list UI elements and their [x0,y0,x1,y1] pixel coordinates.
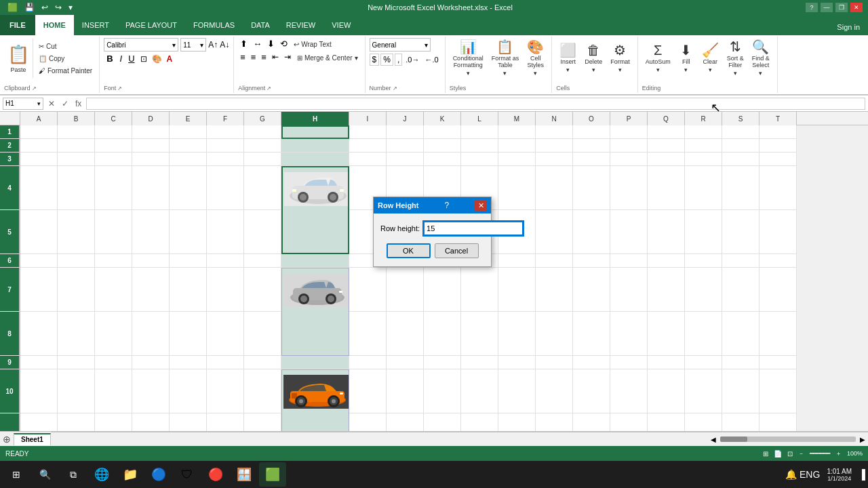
cell-h9[interactable] [281,356,349,369]
cell-ref-dropdown[interactable]: ▾ [37,100,41,107]
col-header-h[interactable]: H [281,112,349,125]
cell-c4[interactable] [95,166,132,210]
cell-d3[interactable] [132,152,170,166]
increase-font-btn[interactable]: A↑ [208,40,218,49]
col-header-s[interactable]: S [722,112,760,125]
cell-b2[interactable] [58,139,95,152]
decimal-dec-btn[interactable]: .0→ [403,55,421,64]
align-center-btn[interactable]: ≡ [249,52,258,64]
align-right-btn[interactable]: ≡ [259,52,269,64]
cell-g5[interactable] [244,210,281,254]
cell-j9[interactable] [387,356,424,369]
tab-home[interactable]: HOME [35,15,74,35]
tab-file[interactable]: FILE [0,15,35,35]
cell-h3[interactable] [281,152,349,166]
cell-t8[interactable] [760,312,797,356]
copy-btn[interactable]: 📋 Copy [36,52,95,64]
cell-r6[interactable] [685,254,722,268]
col-header-a[interactable]: A [20,112,58,125]
cell-i11[interactable] [349,413,387,431]
confirm-formula-btn[interactable]: ✓ [60,99,71,108]
cell-q6[interactable] [648,254,685,268]
cell-t11[interactable] [760,413,797,431]
cell-a2[interactable] [20,139,58,152]
col-header-i[interactable]: I [349,112,387,125]
cell-l3[interactable] [461,152,498,166]
cell-a3[interactable] [20,152,58,166]
cell-i2[interactable] [349,139,387,152]
tab-data[interactable]: DATA [243,15,278,35]
cell-t7[interactable] [760,268,797,312]
cell-f10[interactable] [207,369,244,413]
cell-d8[interactable] [132,312,170,356]
cell-h2[interactable] [281,139,349,152]
cell-d9[interactable] [132,356,170,369]
merge-center-btn[interactable]: ⊞ Merge & Center ▾ [294,52,361,64]
cell-m10[interactable] [498,369,536,413]
cell-q4[interactable] [648,166,685,210]
cell-g7[interactable] [244,268,281,312]
cell-i3[interactable] [349,152,387,166]
restore-btn[interactable]: ❐ [835,3,848,12]
tab-insert[interactable]: INSERT [74,15,117,35]
cell-s8[interactable] [722,312,760,356]
tab-view[interactable]: VIEW [323,15,359,35]
number-expand[interactable]: ↗ [393,85,397,92]
cell-c5[interactable] [95,210,132,254]
col-header-q[interactable]: Q [648,112,685,125]
cell-b7[interactable] [58,268,95,312]
cell-f5[interactable] [207,210,244,254]
format-btn[interactable]: ⚙ Format ▾ [607,38,633,79]
row-num-6[interactable]: 6 [0,254,20,268]
cell-d10[interactable] [132,369,170,413]
row-num-1[interactable]: 1 [0,125,20,139]
cell-c10[interactable] [95,369,132,413]
format-table-btn[interactable]: 📋 Format asTable ▾ [488,38,523,79]
cell-i7[interactable] [349,268,387,312]
cell-p7[interactable] [610,268,648,312]
cell-t9[interactable] [760,356,797,369]
cell-a1[interactable] [20,125,58,139]
cell-o4[interactable] [573,166,610,210]
cell-r11[interactable] [685,413,722,431]
cell-e10[interactable] [170,369,207,413]
cell-c6[interactable] [95,254,132,268]
cell-a5[interactable] [20,210,58,254]
cell-k7[interactable] [424,268,461,312]
col-header-k[interactable]: K [424,112,461,125]
cell-s6[interactable] [722,254,760,268]
cell-e4[interactable] [170,166,207,210]
align-top-btn[interactable]: ⬆ [238,38,250,50]
clear-btn[interactable]: 🧹 Clear ▾ [698,38,722,79]
formula-input[interactable] [86,98,865,110]
cell-g3[interactable] [244,152,281,166]
col-header-b[interactable]: B [58,112,95,125]
row-num-10[interactable]: 10 [0,369,20,413]
indent-less-btn[interactable]: ⇤ [270,52,281,64]
cell-g11[interactable] [244,413,281,431]
row-num-3[interactable]: 3 [0,152,20,166]
row-num-7[interactable]: 7 [0,268,20,312]
align-middle-btn[interactable]: ↔ [251,38,264,50]
cell-a7[interactable] [20,268,58,312]
mail-btn[interactable]: 🔴 [202,462,229,487]
font-color-btn[interactable]: A [165,54,174,64]
font-expand[interactable]: ↗ [117,85,122,92]
cell-b8[interactable] [58,312,95,356]
cell-d1[interactable] [132,125,170,139]
tab-page-layout[interactable]: PAGE LAYOUT [117,15,185,35]
cell-m9[interactable] [498,356,536,369]
cell-l1[interactable] [461,125,498,139]
align-left-btn[interactable]: ≡ [238,52,248,64]
cell-j10[interactable] [387,369,424,413]
align-bottom-btn[interactable]: ⬇ [265,38,277,50]
cell-n7[interactable] [536,268,573,312]
scroll-right-btn[interactable]: ▶ [860,436,865,443]
cell-k3[interactable] [424,152,461,166]
row-num-11[interactable]: 11 [0,413,20,431]
cell-n1[interactable] [536,125,573,139]
chrome-btn[interactable]: 🔵 [145,462,172,487]
cell-f4[interactable] [207,166,244,210]
sheet-tab-sheet1[interactable]: Sheet1 [14,433,51,445]
col-header-t[interactable]: T [760,112,797,125]
